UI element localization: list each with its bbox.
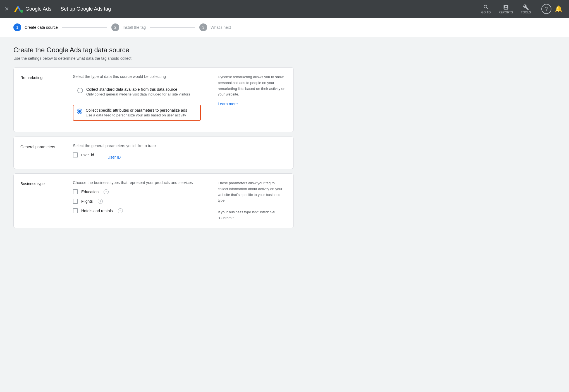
stepper: 1 Create data source 2 Install the tag 3… [0,18,569,37]
education-help-icon[interactable]: ? [104,189,109,194]
step-3-circle: 3 [199,23,207,31]
education-label: Education [81,190,99,194]
business-type-label: Business type [14,174,64,228]
svg-point-2 [20,10,23,13]
tools-button[interactable]: TOOLS [518,2,534,16]
general-params-label: General parameters [14,137,64,169]
notifications-button[interactable]: 🔔 [553,3,565,15]
flights-checkbox[interactable] [73,199,78,204]
step-3-label: What's next [211,25,231,30]
logo-text: Google Ads [25,6,51,12]
general-params-body: Select the general parameters you'd like… [64,137,293,169]
step-2: 2 Install the tag [111,23,146,31]
radio-option-standard[interactable]: Collect standard data available from thi… [73,83,201,100]
reports-label: REPORTS [499,11,513,14]
step-1-circle: 1 [13,23,21,31]
main-content: Create the Google Ads tag data source Us… [0,37,307,242]
education-option[interactable]: Education ? [73,189,201,194]
nav-icon-divider [538,4,538,13]
remarketing-label: Remarketing [14,68,64,132]
reports-icon [503,4,509,10]
radio-desc-standard: Only collect general website visit data … [86,92,190,96]
user-id-checkbox-option[interactable]: user_id [73,152,94,157]
help-button[interactable]: ? [541,4,551,14]
tools-icon [523,4,529,10]
google-logo-icon [14,4,24,14]
hotels-checkbox[interactable] [73,208,78,213]
reports-button[interactable]: REPORTS [495,2,517,16]
business-type-right-text: These parameters allow your tag to colle… [218,180,286,204]
nav-page-title: Set up Google Ads tag [61,6,111,12]
flights-option[interactable]: Flights ? [73,199,201,204]
step-line-1 [62,27,107,28]
radio-desc-specific: Use a data feed to personalize your ads … [86,113,187,117]
remarketing-right: Dynamic remarketing allows you to show p… [210,68,293,132]
flights-help-icon[interactable]: ? [98,199,103,204]
params-row: user_id User ID [73,152,284,162]
education-checkbox[interactable] [73,189,78,194]
business-type-body: Choose the business types that represent… [64,174,210,228]
step-3: 3 What's next [199,23,231,31]
remarketing-body: Select the type of data this source woul… [64,68,210,132]
step-1: 1 Create data source [13,23,58,31]
page-title: Create the Google Ads tag data source [13,46,294,54]
hotels-help-icon[interactable]: ? [118,208,123,213]
general-params-card: General parameters Select the general pa… [13,137,294,169]
radio-label-specific: Collect specific attributes or parameter… [86,108,187,113]
goto-label: GO TO [481,11,491,14]
user-id-label: user_id [81,153,94,157]
flights-label: Flights [81,199,93,204]
goto-button[interactable]: GO TO [478,2,494,16]
radio-btn-specific[interactable] [77,109,82,114]
step-line-2 [150,27,195,28]
hotels-label: Hotels and rentals [81,209,113,213]
business-type-right: These parameters allow your tag to colle… [210,174,293,228]
google-ads-logo: Google Ads [14,4,51,14]
top-nav: ✕ Google Ads Set up Google Ads tag GO TO… [0,0,569,18]
radio-content-standard: Collect standard data available from thi… [86,87,190,96]
radio-label-standard: Collect standard data available from thi… [86,87,190,92]
learn-more-link[interactable]: Learn more [218,101,286,107]
nav-divider [56,4,56,13]
business-type-section-title: Choose the business types that represent… [73,180,201,185]
radio-option-specific[interactable]: Collect specific attributes or parameter… [73,105,201,121]
radio-content-specific: Collect specific attributes or parameter… [86,108,187,117]
page-subtitle: Use the settings below to determine what… [13,56,294,61]
remarketing-card: Remarketing Select the type of data this… [13,67,294,132]
step-2-circle: 2 [111,23,119,31]
step-1-label: Create data source [25,25,58,30]
tools-label: TOOLS [521,11,531,14]
business-type-card: Business type Choose the business types … [13,173,294,228]
step-2-label: Install the tag [123,25,146,30]
hotels-option[interactable]: Hotels and rentals ? [73,208,201,213]
remarketing-right-text: Dynamic remarketing allows you to show p… [218,74,286,97]
search-icon [483,4,489,10]
general-params-section-title: Select the general parameters you'd like… [73,144,284,148]
user-id-link[interactable]: User ID [107,155,121,159]
user-id-checkbox[interactable] [73,152,78,157]
nav-icons: GO TO REPORTS TOOLS ? 🔔 [478,2,565,16]
remarketing-section-title: Select the type of data this source woul… [73,74,201,79]
business-type-right-text2: If your business type isn't listed: Sel.… [218,209,286,221]
close-button[interactable]: ✕ [4,6,9,12]
radio-btn-standard[interactable] [77,88,83,93]
